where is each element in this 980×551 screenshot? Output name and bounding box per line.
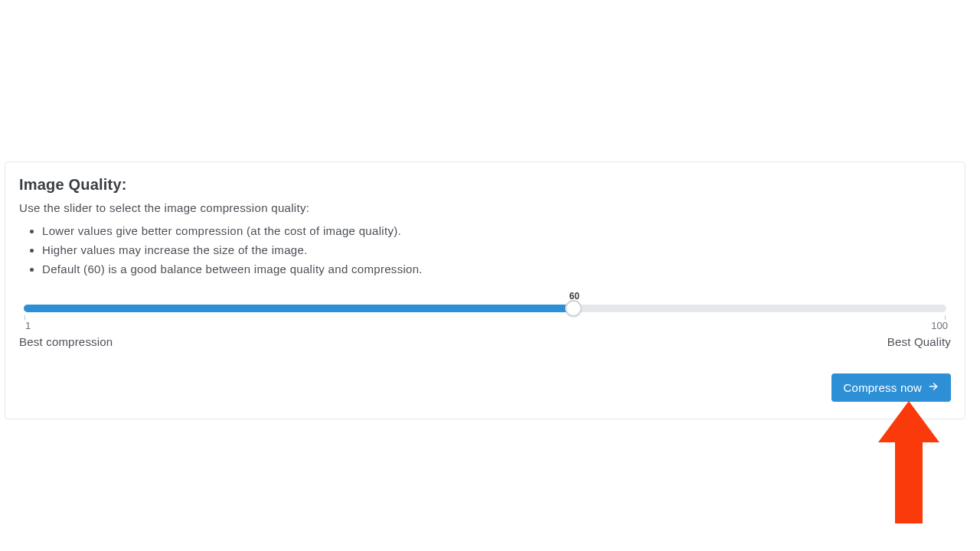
panel-footer: Compress now [19, 373, 951, 402]
panel-heading: Image Quality: [19, 176, 951, 194]
quality-slider[interactable] [24, 305, 946, 312]
hint-list: Lower values give better compression (at… [19, 222, 951, 279]
hint-item: Lower values give better compression (at… [42, 222, 951, 241]
hint-item: Higher values may increase the size of t… [42, 241, 951, 260]
slider-scale: 1 100 [19, 320, 951, 331]
panel-subtitle: Use the slider to select the image compr… [19, 201, 951, 214]
hint-item: Default (60) is a good balance between i… [42, 260, 951, 279]
slider-fill [24, 305, 573, 312]
slider-left-caption: Best compression [19, 335, 113, 348]
quality-slider-group: 60 1 100 Best compression Best Quality [19, 294, 951, 352]
slider-thumb[interactable] [565, 300, 582, 317]
slider-min-label: 1 [25, 320, 31, 331]
image-quality-panel: Image Quality: Use the slider to select … [5, 161, 965, 419]
compress-button-label: Compress now [844, 381, 922, 394]
slider-captions: Best compression Best Quality [19, 335, 951, 352]
arrow-right-icon [928, 381, 939, 394]
slider-right-caption: Best Quality [887, 335, 951, 348]
compress-now-button[interactable]: Compress now [831, 373, 951, 402]
slider-max-label: 100 [931, 320, 948, 331]
